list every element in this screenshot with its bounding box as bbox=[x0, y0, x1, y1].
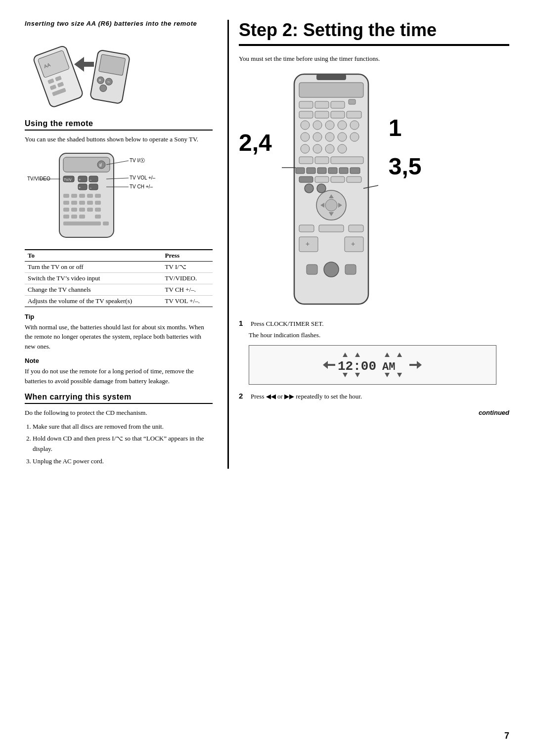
svg-text:+: + bbox=[306, 240, 310, 248]
svg-rect-47 bbox=[79, 215, 85, 219]
when-carrying-intro: Do the following to protect the CD mecha… bbox=[25, 408, 213, 418]
svg-rect-50 bbox=[103, 222, 109, 225]
table-cell-press: TV CH +/–. bbox=[162, 284, 213, 295]
svg-rect-44 bbox=[95, 208, 101, 212]
svg-point-73 bbox=[338, 121, 347, 130]
small-remote-svg: I/ TV/V + – + – bbox=[25, 148, 193, 242]
svg-text:+: + bbox=[79, 186, 81, 189]
table-cell-to: Adjusts the volume of the TV speaker(s) bbox=[25, 295, 162, 307]
table-cell-to: Switch the TV’s video input bbox=[25, 272, 162, 284]
page-layout: Inserting two size AA (R6) batteries int… bbox=[25, 20, 509, 469]
svg-rect-63 bbox=[315, 101, 329, 108]
svg-text:TV/VIDEO: TV/VIDEO bbox=[27, 176, 50, 181]
svg-rect-89 bbox=[317, 168, 326, 174]
svg-marker-125 bbox=[397, 353, 402, 357]
svg-rect-67 bbox=[315, 111, 329, 118]
page-number: 7 bbox=[504, 731, 509, 741]
svg-text:TV VOL +/–: TV VOL +/– bbox=[130, 175, 156, 180]
step-label-2: 2 bbox=[239, 392, 248, 400]
svg-text:–: – bbox=[89, 178, 91, 181]
using-remote-heading: Using the remote bbox=[25, 119, 213, 131]
svg-point-102 bbox=[325, 199, 337, 211]
note-heading: Note bbox=[25, 357, 213, 364]
svg-rect-32 bbox=[79, 194, 85, 198]
instruction-step-1: 1 Press CLOCK/TIMER SET. bbox=[239, 319, 509, 329]
svg-marker-124 bbox=[385, 373, 390, 377]
svg-point-114 bbox=[324, 262, 339, 277]
svg-marker-126 bbox=[397, 373, 402, 377]
svg-rect-87 bbox=[296, 168, 305, 174]
remote-large-area: 2,4 bbox=[239, 72, 509, 309]
svg-point-98 bbox=[305, 184, 313, 193]
table-header-to: To bbox=[25, 250, 162, 262]
svg-rect-84 bbox=[299, 157, 313, 164]
svg-point-72 bbox=[325, 121, 334, 130]
step-2-main-text: Press ◀◀ or ▶▶ repeatedly to set the hou… bbox=[251, 392, 362, 401]
table-row: Switch the TV’s video inputTV/VIDEO. bbox=[25, 272, 213, 284]
svg-rect-30 bbox=[63, 194, 69, 198]
svg-rect-43 bbox=[87, 208, 93, 212]
svg-rect-65 bbox=[349, 99, 356, 104]
svg-text:I/: I/ bbox=[99, 163, 102, 168]
left-column: Inserting two size AA (R6) batteries int… bbox=[25, 20, 213, 469]
svg-rect-31 bbox=[71, 194, 77, 198]
svg-rect-97 bbox=[347, 177, 361, 182]
svg-rect-36 bbox=[71, 201, 77, 205]
svg-text:TV I/Ⓧ: TV I/Ⓧ bbox=[130, 158, 145, 163]
table-row: Turn the TV on or offTV I/⌥ bbox=[25, 261, 213, 272]
battery-diagram-svg: AA + – bbox=[25, 32, 143, 111]
display-box: 12:00 AM bbox=[249, 345, 496, 385]
when-carrying-heading: When carrying this system bbox=[25, 393, 213, 404]
table-cell-press: TV VOL +/–. bbox=[162, 295, 213, 307]
svg-rect-95 bbox=[315, 177, 329, 182]
svg-text:12:00: 12:00 bbox=[338, 359, 376, 374]
svg-text:TV/V: TV/V bbox=[64, 178, 72, 181]
svg-rect-45 bbox=[63, 215, 69, 219]
svg-text:+: + bbox=[351, 240, 355, 248]
instruction-step-2: 2 Press ◀◀ or ▶▶ repeatedly to set the h… bbox=[239, 392, 509, 401]
svg-rect-60 bbox=[316, 74, 346, 80]
svg-rect-35 bbox=[63, 201, 69, 205]
svg-marker-118 bbox=[409, 361, 422, 369]
svg-marker-117 bbox=[323, 361, 335, 369]
svg-rect-109 bbox=[349, 225, 363, 232]
right-column: Step 2: Setting the time You must set th… bbox=[227, 20, 509, 469]
battery-diagram: AA + – bbox=[25, 32, 143, 111]
svg-rect-48 bbox=[95, 215, 101, 219]
svg-text:AM: AM bbox=[382, 361, 395, 373]
svg-rect-96 bbox=[331, 177, 345, 182]
table-cell-press: TV/VIDEO. bbox=[162, 272, 213, 284]
function-table: To Press Turn the TV on or offTV I/⌥Swit… bbox=[25, 249, 213, 307]
continued-label: continued bbox=[239, 409, 509, 416]
svg-point-99 bbox=[317, 184, 326, 193]
large-remote-svg: + + bbox=[277, 72, 386, 309]
svg-marker-119 bbox=[343, 353, 348, 357]
svg-rect-116 bbox=[345, 265, 356, 274]
svg-rect-88 bbox=[307, 168, 315, 174]
svg-point-75 bbox=[301, 133, 310, 141]
svg-rect-37 bbox=[79, 201, 85, 205]
step-intro: You must set the time before using the t… bbox=[239, 54, 509, 64]
svg-rect-46 bbox=[71, 215, 77, 219]
step-numbers-right: 1 3,5 bbox=[389, 72, 422, 178]
svg-rect-33 bbox=[87, 194, 93, 198]
svg-point-76 bbox=[313, 133, 322, 141]
instruction-block: 1 Press CLOCK/TIMER SET. The hour indica… bbox=[239, 319, 509, 401]
svg-rect-107 bbox=[299, 225, 314, 232]
svg-marker-123 bbox=[385, 353, 390, 357]
table-header-press: Press bbox=[162, 250, 213, 262]
svg-text:–: – bbox=[89, 186, 91, 189]
svg-rect-38 bbox=[87, 201, 93, 205]
svg-point-74 bbox=[350, 121, 359, 130]
step-numbers-left: 2,4 bbox=[239, 72, 272, 155]
list-item: Hold down CD and then press I/⌥ so that … bbox=[33, 434, 213, 454]
svg-rect-69 bbox=[347, 111, 361, 118]
svg-marker-121 bbox=[355, 353, 360, 357]
svg-point-79 bbox=[350, 133, 359, 141]
svg-rect-108 bbox=[319, 225, 344, 232]
step-1-main-text: Press CLOCK/TIMER SET. bbox=[251, 319, 323, 329]
svg-rect-115 bbox=[307, 265, 317, 274]
small-remote-diagram-container: I/ TV/V + – + – bbox=[25, 148, 213, 244]
table-row: Change the TV channelsTV CH +/–. bbox=[25, 284, 213, 295]
svg-point-82 bbox=[325, 144, 334, 153]
